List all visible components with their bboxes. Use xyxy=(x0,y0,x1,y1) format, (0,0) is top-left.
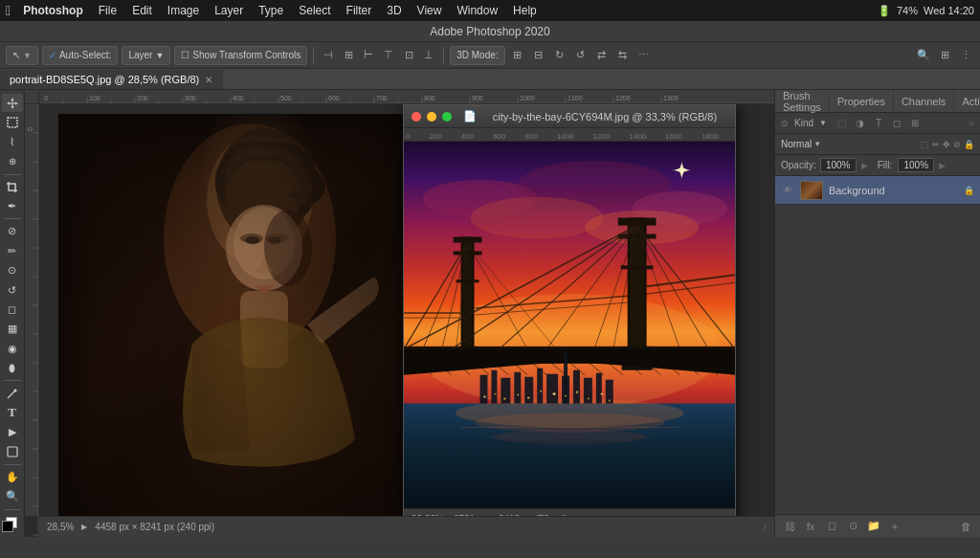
filter-toggle[interactable]: ○ xyxy=(969,118,974,128)
align-right-icon[interactable]: ⊢ xyxy=(360,47,377,64)
3d-icon-3[interactable]: ↻ xyxy=(551,47,568,64)
window-minimize-button[interactable] xyxy=(427,112,436,122)
pixel-layer-icon[interactable]: ⬚ xyxy=(835,116,850,131)
lock-transparent-icon[interactable]: ⬚ xyxy=(921,140,929,149)
spot-healing-tool-button[interactable]: ⊘ xyxy=(2,222,23,240)
align-top-icon[interactable]: ⊤ xyxy=(380,47,397,64)
menu-photoshop[interactable]: Photoshop xyxy=(16,2,90,19)
opacity-input[interactable] xyxy=(820,158,857,172)
menu-edit[interactable]: Edit xyxy=(125,2,159,19)
svg-rect-98 xyxy=(618,218,657,226)
hand-tool-button[interactable]: ✋ xyxy=(2,468,23,486)
blend-mode-dropdown[interactable]: Normal ▼ xyxy=(781,139,821,149)
smart-obj-layer-icon[interactable]: ⊞ xyxy=(907,116,923,131)
align-left-icon[interactable]: ⊣ xyxy=(320,47,337,64)
new-layer-icon[interactable]: + xyxy=(886,518,903,535)
3d-icon-5[interactable]: ⇄ xyxy=(593,47,611,64)
window-maximize-button[interactable] xyxy=(442,112,452,122)
align-center-v-icon[interactable]: ⊡ xyxy=(400,47,417,64)
path-selection-tool-button[interactable]: ▶ xyxy=(2,423,23,441)
eraser-tool-button[interactable]: ◻ xyxy=(2,301,23,319)
layer-type-dropdown[interactable]: Layer ▼ xyxy=(122,46,170,65)
portrait-tab-close-icon[interactable]: ✕ xyxy=(205,75,212,85)
add-style-icon[interactable]: fx xyxy=(802,518,819,535)
city-ruler-horizontal: 0 200 400 600 800 1000 1200 1400 1600 18… xyxy=(404,128,735,142)
eyedropper-tool-button[interactable]: ✒ xyxy=(2,197,23,215)
more-options-icon[interactable]: ⋮ xyxy=(957,47,974,64)
window-close-button[interactable] xyxy=(412,112,421,122)
menu-filter[interactable]: Filter xyxy=(340,2,379,19)
brush-tool-button[interactable]: ✏ xyxy=(2,242,23,260)
crop-tool-button[interactable] xyxy=(2,178,23,196)
layer-visibility-icon[interactable]: 👁 xyxy=(781,184,794,197)
tab-properties[interactable]: Properties xyxy=(830,90,894,112)
shape-layer-icon[interactable]: ◻ xyxy=(889,116,904,131)
gradient-tool-button[interactable]: ▦ xyxy=(2,320,23,338)
menu-file[interactable]: File xyxy=(92,2,123,19)
layer-type-label: Layer xyxy=(128,50,152,60)
menu-select[interactable]: Select xyxy=(292,2,337,19)
fill-input[interactable] xyxy=(898,158,934,172)
3d-icon-2[interactable]: ⊟ xyxy=(530,47,547,64)
menu-image[interactable]: Image xyxy=(161,2,206,19)
history-brush-tool-button[interactable]: ↺ xyxy=(2,280,23,299)
move-tool-button[interactable] xyxy=(2,94,23,112)
lock-position-icon[interactable]: ✥ xyxy=(943,140,950,149)
workspace-icon[interactable]: ⊞ xyxy=(936,47,953,64)
foreground-color-swatch[interactable] xyxy=(2,521,13,532)
3d-more-icon[interactable]: ⋯ xyxy=(635,47,653,64)
menu-help[interactable]: Help xyxy=(506,2,544,19)
tab-brush-settings[interactable]: Brush Settings xyxy=(775,90,830,112)
portrait-document-tab[interactable]: portrait-BD8SE5Q.jpg @ 28,5% (RGB/8) ✕ xyxy=(0,70,223,89)
align-center-h-icon[interactable]: ⊞ xyxy=(340,47,357,64)
blur-tool-button[interactable]: ◉ xyxy=(2,340,23,358)
quick-select-tool-button[interactable]: ⊕ xyxy=(2,152,23,170)
color-swatches[interactable] xyxy=(2,515,23,533)
align-bottom-icon[interactable]: ⊥ xyxy=(420,47,437,64)
canvas-nav-icon[interactable]: › xyxy=(764,522,767,532)
3d-icon-6[interactable]: ⇆ xyxy=(614,47,632,64)
shape-tool-button[interactable] xyxy=(2,443,23,461)
clone-stamp-tool-button[interactable]: ⊙ xyxy=(2,261,23,279)
pen-tool-button[interactable] xyxy=(2,384,23,402)
menu-layer[interactable]: Layer xyxy=(208,2,250,19)
apple-logo-icon[interactable]:  xyxy=(6,3,11,18)
lasso-tool-button[interactable]: ⌇ xyxy=(2,133,23,151)
type-layer-icon[interactable]: T xyxy=(871,116,886,131)
search-icon[interactable]: 🔍 xyxy=(915,47,932,64)
lock-artboard-icon[interactable]: ⊘ xyxy=(953,140,961,149)
new-group-icon[interactable]: 📁 xyxy=(865,518,882,535)
city-nav-arrow-icon[interactable]: › xyxy=(724,513,727,517)
menu-type[interactable]: Type xyxy=(252,2,290,19)
3d-icon-4[interactable]: ↺ xyxy=(572,47,590,64)
zoom-tool-button[interactable]: 🔍 xyxy=(2,487,23,505)
link-layers-icon[interactable]: ⛓ xyxy=(781,518,798,535)
add-mask-icon[interactable]: ◻ xyxy=(823,518,840,535)
layer-item-background[interactable]: 👁 Background 🔒 xyxy=(775,176,980,205)
new-adjustment-icon[interactable]: ⊙ xyxy=(844,518,861,535)
filter-dropdown-icon[interactable]: ▼ xyxy=(819,119,827,127)
show-transform-checkbox[interactable]: ☐ Show Transform Controls xyxy=(174,46,307,65)
lock-all-icon[interactable]: 🔒 xyxy=(964,140,974,149)
tab-actions[interactable]: Actions xyxy=(954,90,980,112)
adjustment-layer-icon[interactable]: ◑ xyxy=(853,116,868,131)
menu-view[interactable]: View xyxy=(411,2,449,19)
opacity-stepper-icon[interactable]: ▶ xyxy=(861,161,868,170)
auto-select-checkbox[interactable]: ✓ Auto-Select: xyxy=(42,46,118,65)
delete-layer-icon[interactable]: 🗑 xyxy=(957,518,974,535)
menu-window[interactable]: Window xyxy=(450,2,504,19)
fill-stepper-icon[interactable]: ▶ xyxy=(939,161,946,170)
canvas-triangle-icon[interactable]: ▶ xyxy=(81,523,87,531)
svg-rect-145 xyxy=(537,368,543,404)
dodge-tool-button[interactable]: ⬮ xyxy=(2,359,23,377)
move-tool-icon[interactable]: ↖ ▼ xyxy=(6,46,38,65)
show-transform-label: Show Transform Controls xyxy=(192,50,301,60)
menu-3d[interactable]: 3D xyxy=(380,2,408,19)
type-tool-button[interactable]: T xyxy=(2,404,23,422)
tab-channels[interactable]: Channels xyxy=(894,90,954,112)
svg-point-156 xyxy=(503,397,505,399)
lock-paint-icon[interactable]: ✏ xyxy=(932,140,940,149)
3d-icon-1[interactable]: ⊞ xyxy=(509,47,526,64)
layers-list: 👁 Background 🔒 xyxy=(775,176,980,514)
marquee-tool-button[interactable] xyxy=(2,113,23,131)
